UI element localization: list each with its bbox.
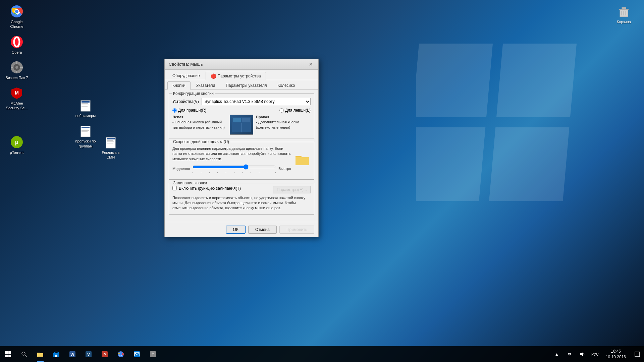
taskbar-store[interactable]: [48, 346, 64, 362]
svg-rect-33: [107, 141, 114, 142]
apply-button[interactable]: Применить: [279, 226, 314, 234]
network-icon: [567, 352, 572, 357]
biznes-pak-icon: [10, 61, 23, 74]
tab-device-params[interactable]: 🔴 Параметры устройства: [206, 72, 266, 80]
google-chrome-label: Google Chrome: [5, 19, 29, 29]
tab-wheel[interactable]: Колесико: [273, 81, 300, 89]
svg-rect-21: [82, 105, 89, 105]
taskbar-outlook[interactable]: [129, 346, 145, 362]
svg-rect-20: [82, 103, 88, 104]
sticky-params-button[interactable]: Параметры(Е)...: [273, 186, 311, 193]
clip-icon: [149, 351, 157, 358]
svg-rect-34: [107, 143, 113, 143]
tray-eng[interactable]: РУС: [589, 346, 601, 362]
double-click-desc: Для проверки влияния параметра дважды ще…: [172, 145, 311, 173]
desktop-icon-biznes-pak[interactable]: Бизнес Пак 7: [3, 59, 30, 81]
tab-pointer-params[interactable]: Параметры указателя: [221, 81, 272, 89]
dialog-content: Конфигурация кнопки Устройства(V) Synapt…: [165, 89, 318, 222]
svg-rect-47: [5, 355, 8, 357]
svg-point-61: [119, 353, 122, 356]
desktop-icon-reklama[interactable]: Реклама в СМИ: [97, 134, 124, 161]
taskbar-chrome[interactable]: [113, 346, 129, 362]
fast-label: Быстро: [278, 166, 291, 171]
powerpoint-icon: P: [101, 351, 108, 358]
desktop-icon-webcam[interactable]: веб-камеры: [72, 97, 99, 119]
svg-text:W: W: [70, 352, 74, 357]
tray-volume[interactable]: [576, 346, 588, 362]
button-config-label: Конфигурация кнопки: [172, 91, 215, 96]
search-button[interactable]: [16, 346, 32, 362]
desktop-icon-google-chrome[interactable]: Google Chrome: [3, 3, 30, 31]
recycle-bin-icon: [617, 5, 631, 18]
desktop-icons-col2: веб-камеры пропуски по группам: [72, 97, 99, 150]
svg-rect-48: [8, 355, 11, 357]
svg-rect-22: [82, 106, 88, 107]
device-label: Устройства(V): [172, 99, 199, 104]
desktop-icon-mcafee[interactable]: M McAfee Security Sc...: [3, 85, 30, 112]
double-click-label: Скорость двойного щелчка(U): [172, 139, 230, 144]
sticky-section: Залипание кнопки Включить функцию залипа…: [169, 183, 314, 215]
notification-button[interactable]: [631, 346, 644, 362]
tab-buttons[interactable]: Кнопки: [167, 81, 191, 89]
radio-left-hand[interactable]: Для левши(L): [279, 108, 311, 113]
svg-rect-3: [489, 127, 569, 201]
button-config-section: Конфигурация кнопки Устройства(V) Synapt…: [169, 94, 314, 138]
passes-icon: [79, 124, 92, 137]
sticky-checkbox-row[interactable]: Включить функцию залипания(T): [172, 186, 241, 191]
radio-right-hand[interactable]: Для правши(R): [172, 108, 206, 113]
sticky-checkbox[interactable]: [172, 186, 177, 190]
desktop-icon-passes[interactable]: пропуски по группам: [72, 123, 99, 150]
svg-rect-26: [82, 130, 89, 131]
svg-rect-24: [82, 127, 90, 128]
mcafee-label: McAfee Security Sc...: [5, 101, 29, 111]
opera-icon: [10, 35, 23, 49]
mcafee-icon: M: [10, 86, 23, 100]
tray-network[interactable]: [564, 346, 576, 362]
touchpad-image: [230, 115, 253, 135]
desktop-icons-col3: µ µTorrent: [3, 134, 30, 156]
svg-rect-45: [5, 351, 8, 354]
clock[interactable]: 16:45 10.10.2016: [602, 346, 630, 362]
webcam-label: веб-камеры: [75, 113, 96, 118]
device-row: Устройства(V) Synaptics TouchPad V1.3 к …: [172, 97, 311, 105]
taskbar-visio[interactable]: V: [80, 346, 97, 362]
left-button-desc: Левая - Основная кнопка (обычный тип выб…: [172, 115, 227, 130]
taskbar-clip[interactable]: [145, 346, 161, 362]
tabs-row2: Кнопки Указатели Параметры указателя Кол…: [165, 80, 318, 89]
desktop-icon-utorrent[interactable]: µ µTorrent: [3, 134, 30, 156]
touchpad-area: Левая - Основная кнопка (обычный тип выб…: [172, 115, 311, 135]
tab-hardware[interactable]: Оборудование: [167, 72, 205, 80]
svg-rect-25: [82, 129, 88, 129]
taskbar-powerpoint[interactable]: P: [97, 346, 113, 362]
sticky-desc: Позволяет выделять и перетаскивать объек…: [172, 195, 311, 211]
ok-button[interactable]: ОК: [226, 226, 246, 234]
dialog-close-button[interactable]: ✕: [308, 61, 314, 68]
desktop-icon-opera[interactable]: Opera: [3, 34, 30, 56]
file-explorer-icon: [37, 351, 44, 358]
folder-test-icon[interactable]: [294, 151, 311, 168]
tray-chevron[interactable]: ▲: [551, 346, 563, 362]
taskbar-chrome-icon: [117, 351, 124, 358]
mouse-properties-dialog: Свойства: Мышь ✕ Оборудование 🔴 Параметр…: [164, 59, 319, 237]
svg-rect-32: [107, 140, 113, 141]
windows-start-icon: [5, 351, 11, 358]
tab-pointers[interactable]: Указатели: [191, 81, 220, 89]
utorrent-label: µTorrent: [10, 150, 24, 155]
svg-rect-1: [496, 44, 577, 117]
visio-icon: V: [85, 351, 92, 358]
taskbar-file-explorer[interactable]: [32, 346, 48, 362]
store-icon: [53, 351, 60, 358]
webcam-icon: [79, 99, 92, 112]
reklama-label: Реклама в СМИ: [99, 150, 123, 160]
device-params-icon: 🔴: [211, 73, 216, 79]
cancel-button[interactable]: Отмена: [248, 226, 277, 234]
svg-rect-37: [622, 7, 626, 9]
clock-time: 16:45: [611, 349, 621, 354]
start-button[interactable]: [0, 346, 16, 362]
speed-slider[interactable]: [193, 164, 276, 170]
device-select[interactable]: Synaptics TouchPad V1.3 к SMB порту: [202, 98, 311, 105]
taskbar-word[interactable]: W: [64, 346, 80, 362]
svg-line-50: [25, 355, 27, 357]
desktop-icon-recycle-bin[interactable]: Корзина: [610, 3, 637, 25]
google-chrome-icon: [10, 5, 23, 18]
